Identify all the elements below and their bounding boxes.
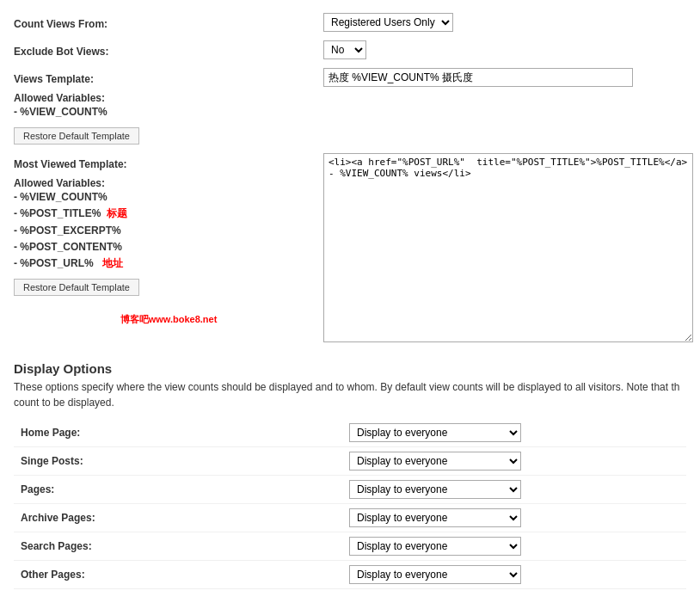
home-page-label: Home Page: — [14, 427, 349, 439]
post-title-highlight: 标题 — [107, 207, 127, 219]
most-viewed-template-control: <li><a href="%POST_URL%" title="%POST_TI… — [323, 153, 693, 345]
archive-pages-select[interactable]: Display to everyone Registered Users Onl… — [349, 508, 521, 527]
single-posts-label: Singe Posts: — [14, 455, 349, 467]
pages-label: Pages: — [14, 483, 349, 495]
var-post-url: - %POST_URL% 地址 — [14, 255, 323, 272]
pages-control: Display to everyone Registered Users Onl… — [349, 480, 521, 499]
single-posts-control: Display to everyone Registered Users Onl… — [349, 452, 521, 471]
other-pages-row: Other Pages: Display to everyone Registe… — [14, 561, 686, 589]
exclude-bot-views-row: Exclude Bot Views: No Yes — [14, 36, 686, 64]
views-template-label: Views Template: Allowed Variables: - %VI… — [14, 68, 323, 145]
search-pages-row: Search Pages: Display to everyone Regist… — [14, 532, 686, 561]
var-view-count-mv: - %VIEW_COUNT% — [14, 189, 323, 206]
home-page-control: Display to everyone Registered Users Onl… — [349, 423, 521, 442]
most-viewed-allowed-vars: Allowed Variables: — [14, 177, 323, 189]
views-template-allowed-vars: Allowed Variables: — [14, 92, 323, 104]
archive-pages-row: Archive Pages: Display to everyone Regis… — [14, 504, 686, 532]
post-url-highlight: 地址 — [102, 257, 123, 269]
var-post-title: - %POST_TITLE% 标题 — [14, 206, 323, 222]
home-page-row: Home Page: Display to everyone Registere… — [14, 419, 686, 447]
exclude-bot-views-select[interactable]: No Yes — [323, 40, 366, 59]
count-views-from-control: Registered Users Only All Users Logged I… — [323, 13, 686, 32]
other-pages-label: Other Pages: — [14, 569, 349, 581]
search-pages-select[interactable]: Display to everyone Registered Users Onl… — [349, 537, 521, 556]
views-template-row: Views Template: Allowed Variables: - %VI… — [14, 64, 686, 149]
exclude-bot-views-label: Exclude Bot Views: — [14, 40, 323, 58]
var-view-count: - %VIEW_COUNT% — [14, 104, 323, 120]
other-pages-control: Display to everyone Registered Users Onl… — [349, 565, 521, 584]
var-post-excerpt: - %POST_EXCERPT% — [14, 223, 323, 239]
page-wrapper: Count Views From: Registered Users Only … — [0, 0, 700, 609]
count-views-from-label: Count Views From: — [14, 13, 323, 30]
archive-pages-label: Archive Pages: — [14, 512, 349, 524]
count-views-from-row: Count Views From: Registered Users Only … — [14, 9, 686, 36]
views-template-control — [323, 68, 686, 87]
views-template-input[interactable] — [323, 68, 633, 87]
restore-template-button-1[interactable]: Restore Default Template — [14, 127, 139, 145]
display-options-title: Display Options — [14, 361, 686, 376]
exclude-bot-views-control: No Yes — [323, 40, 686, 59]
count-views-from-select[interactable]: Registered Users Only All Users Logged I… — [323, 13, 453, 32]
display-options-desc: These options specify where the view cou… — [14, 379, 686, 410]
search-pages-label: Search Pages: — [14, 540, 349, 552]
pages-select[interactable]: Display to everyone Registered Users Onl… — [349, 480, 521, 499]
single-posts-select[interactable]: Display to everyone Registered Users Onl… — [349, 452, 521, 471]
watermark: 博客吧www.boke8.net — [14, 313, 323, 326]
pages-row: Pages: Display to everyone Registered Us… — [14, 476, 686, 504]
restore-template-button-2[interactable]: Restore Default Template — [14, 279, 139, 296]
var-post-content: - %POST_CONTENT% — [14, 239, 323, 255]
archive-pages-control: Display to everyone Registered Users Onl… — [349, 508, 521, 527]
most-viewed-template-textarea[interactable]: <li><a href="%POST_URL%" title="%POST_TI… — [323, 153, 693, 342]
views-template-vars: - %VIEW_COUNT% — [14, 104, 323, 120]
most-viewed-template-row: Most Viewed Template: Allowed Variables:… — [14, 149, 686, 349]
most-viewed-vars: - %VIEW_COUNT% - %POST_TITLE% 标题 - %POST… — [14, 189, 323, 272]
search-pages-control: Display to everyone Registered Users Onl… — [349, 537, 521, 556]
other-pages-select[interactable]: Display to everyone Registered Users Onl… — [349, 565, 521, 584]
single-posts-row: Singe Posts: Display to everyone Registe… — [14, 447, 686, 476]
home-page-select[interactable]: Display to everyone Registered Users Onl… — [349, 423, 521, 442]
most-viewed-template-label: Most Viewed Template: Allowed Variables:… — [14, 153, 323, 326]
